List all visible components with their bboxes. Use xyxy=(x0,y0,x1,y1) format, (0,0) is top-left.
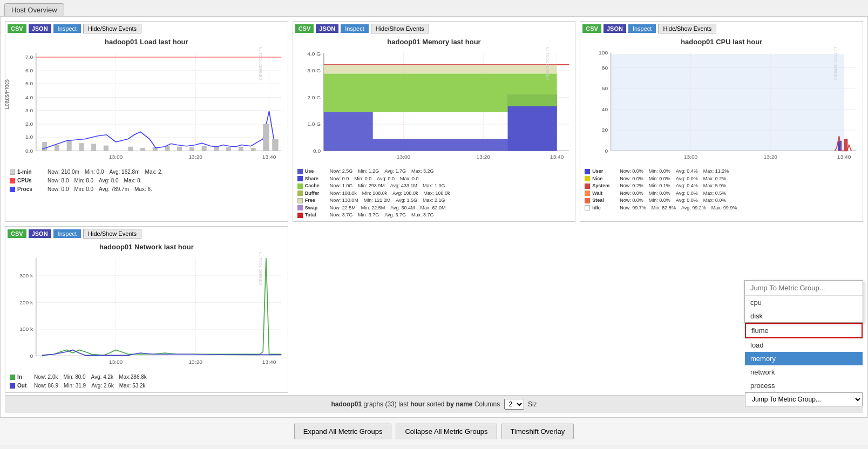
svg-rect-30 xyxy=(104,146,109,151)
load-toolbar: CSV JSON Inspect Hide/Show Events xyxy=(5,22,288,36)
cpu-svg: 0 20 40 60 80 100 13:00 13:20 13:40 xyxy=(580,47,863,166)
svg-rect-36 xyxy=(189,147,194,151)
memory-inspect-button[interactable]: Inspect xyxy=(341,24,368,33)
svg-text:13:40: 13:40 xyxy=(550,154,564,160)
dropdown-item-network[interactable]: network xyxy=(745,365,863,379)
memory-toolbar: CSV JSON Inspect Hide/Show Events xyxy=(293,22,575,36)
svg-text:13:20: 13:20 xyxy=(476,154,490,160)
svg-text:2.0 G: 2.0 G xyxy=(307,94,321,100)
columns-select[interactable]: 2 3 4 xyxy=(504,399,524,410)
memory-chart-title: hadoop01 Memory last hour xyxy=(293,36,575,47)
memory-json-button[interactable]: JSON xyxy=(316,24,338,33)
cpu-legend: User Now: 0.0%Min: 0.0%Avg: 0.4%Max: 11.… xyxy=(580,166,863,214)
cpu-chart-title: hadoop01 CPU last hour xyxy=(580,36,863,47)
dropdown-item-flume[interactable]: flume xyxy=(745,323,863,338)
svg-marker-58 xyxy=(507,106,557,151)
network-chart-title: hadoop01 Network last hour xyxy=(5,241,288,252)
load-legend: 1-min Now: 210.0m Min: 0.0 Avg: 162.8m M… xyxy=(5,166,288,196)
svg-rect-40 xyxy=(239,147,243,151)
network-chart-area: PROTOCOL / TOOL DEFINED 0 100 k 200 k 30… xyxy=(5,252,288,371)
dropdown-item-load[interactable]: load xyxy=(745,338,863,352)
memory-legend: Use Now: 2.5GMin: 1.2GAvg: 1.7GMax: 3.2G… xyxy=(293,166,575,221)
svg-text:0.0: 0.0 xyxy=(25,148,33,154)
svg-text:6.0: 6.0 xyxy=(25,67,33,73)
svg-text:300 k: 300 k xyxy=(19,273,33,278)
svg-rect-39 xyxy=(226,147,231,151)
network-inspect-button[interactable]: Inspect xyxy=(53,229,81,238)
svg-text:0: 0 xyxy=(30,352,33,358)
svg-rect-35 xyxy=(177,147,182,151)
tab-label: Host Overview xyxy=(11,6,57,14)
svg-text:200 k: 200 k xyxy=(19,299,33,305)
network-csv-button[interactable]: CSV xyxy=(8,229,26,238)
cpu-inspect-button[interactable]: Inspect xyxy=(628,24,656,33)
svg-text:13:40: 13:40 xyxy=(262,358,276,364)
cpu-json-button[interactable]: JSON xyxy=(603,24,626,33)
cpu-hide-show-button[interactable]: Hide/Show Events xyxy=(658,24,716,33)
svg-text:7.0: 7.0 xyxy=(25,54,33,60)
svg-rect-29 xyxy=(91,144,96,151)
status-bar: hadoop01 graphs (33) last hour sorted by… xyxy=(5,395,863,413)
load-chart-title: hadoop01 Load last hour xyxy=(5,36,288,47)
dropdown-item-process[interactable]: process xyxy=(745,379,863,392)
network-json-button[interactable]: JSON xyxy=(29,229,51,238)
svg-marker-54 xyxy=(323,65,557,74)
cpu-toolbar: CSV JSON Inspect Hide/Show Events xyxy=(580,22,863,36)
dropdown-item-cpu[interactable]: cpu xyxy=(745,296,863,309)
svg-rect-38 xyxy=(214,147,219,151)
memory-watermark: PROTOCOL / TOOL DEFINED xyxy=(546,47,550,80)
svg-text:13:20: 13:20 xyxy=(188,154,202,160)
collapse-all-button[interactable]: Collapse All Metric Groups xyxy=(396,424,497,439)
svg-text:13:40: 13:40 xyxy=(837,154,851,160)
svg-rect-42 xyxy=(263,124,269,151)
svg-text:13:20: 13:20 xyxy=(764,154,778,160)
cpu-chart-panel: CSV JSON Inspect Hide/Show Events hadoop… xyxy=(580,21,863,222)
dropdown-header: Jump To Metric Group... xyxy=(745,281,863,296)
memory-csv-button[interactable]: CSV xyxy=(295,24,314,33)
svg-text:13:20: 13:20 xyxy=(188,358,202,364)
load-chart-area: Loads/Procs PROTOCOL / TOOL DEFINED xyxy=(5,47,288,166)
cpu-chart-area: PROTOCOL / TOOL DEFINED xyxy=(580,47,863,166)
network-watermark: PROTOCOL / TOOL DEFINED xyxy=(259,252,262,285)
svg-text:5.0: 5.0 xyxy=(25,81,33,87)
load-csv-button[interactable]: CSV xyxy=(8,24,26,33)
graphs-label: graphs xyxy=(363,400,385,408)
jump-to-metric-select[interactable]: Jump To Metric Group... xyxy=(745,392,863,406)
period-label: hour xyxy=(410,400,425,408)
svg-text:1.0 G: 1.0 G xyxy=(307,121,321,127)
charts-grid-top: CSV JSON Inspect Hide/Show Events hadoop… xyxy=(5,21,863,222)
load-json-button[interactable]: JSON xyxy=(29,24,51,33)
last-label: last xyxy=(398,400,410,408)
svg-rect-76 xyxy=(611,54,844,151)
load-inspect-button[interactable]: Inspect xyxy=(53,24,81,33)
svg-text:13:00: 13:00 xyxy=(109,154,123,160)
dropdown-item-memory[interactable]: memory xyxy=(745,352,863,365)
cpu-csv-button[interactable]: CSV xyxy=(582,24,601,33)
svg-text:4.0 G: 4.0 G xyxy=(307,51,321,57)
memory-chart-panel: CSV JSON Inspect Hide/Show Events hadoop… xyxy=(293,21,576,222)
expand-all-button[interactable]: Expand All Metric Groups xyxy=(294,424,392,439)
host-overview-tab[interactable]: Host Overview xyxy=(4,3,64,16)
svg-text:13:00: 13:00 xyxy=(109,358,123,364)
dropdown-item-disk[interactable]: disk xyxy=(745,309,863,323)
svg-text:13:00: 13:00 xyxy=(684,154,698,160)
network-hide-show-button[interactable]: Hide/Show Events xyxy=(83,229,141,239)
svg-rect-32 xyxy=(140,148,145,151)
empty-panel-2 xyxy=(293,226,576,393)
load-svg: 0.0 1.0 2.0 3.0 4.0 5.0 6.0 7.0 13:00 13… xyxy=(5,47,288,166)
svg-text:60: 60 xyxy=(602,85,608,91)
network-legend: In Now: 2.0kMin: 80.0Avg: 4.2kMax:286.8k… xyxy=(5,371,288,392)
network-svg: 0 100 k 200 k 300 k 13:00 13:20 13:40 xyxy=(5,252,288,371)
bottom-row: CSV JSON Inspect Hide/Show Events hadoop… xyxy=(5,226,863,393)
svg-text:80: 80 xyxy=(602,65,608,71)
load-hide-show-button[interactable]: Hide/Show Events xyxy=(83,24,141,33)
size-label: Siz xyxy=(528,400,537,408)
load-y-axis: Loads/Procs xyxy=(5,79,10,110)
main-content: CSV JSON Inspect Hide/Show Events hadoop… xyxy=(0,16,868,418)
memory-hide-show-button[interactable]: Hide/Show Events xyxy=(371,24,429,33)
timeshift-overlay-button[interactable]: Timeshift Overlay xyxy=(501,424,574,439)
memory-svg: 0.0 1.0 G 2.0 G 3.0 G 4.0 G 13:00 13:20 … xyxy=(293,47,575,166)
svg-rect-41 xyxy=(250,148,255,151)
svg-rect-25 xyxy=(42,142,47,151)
footer-buttons: Expand All Metric Groups Collapse All Me… xyxy=(0,418,868,445)
